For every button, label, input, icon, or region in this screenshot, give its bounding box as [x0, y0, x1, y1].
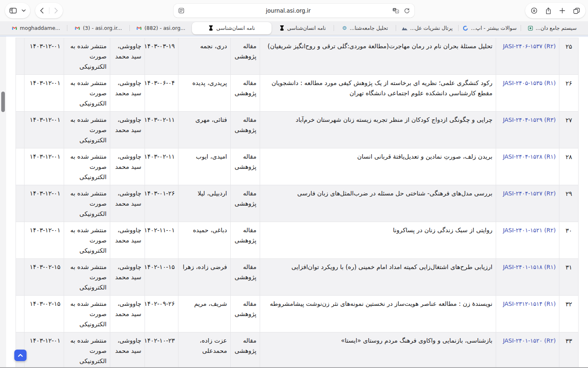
address-bar[interactable]: journal.asi.org.ir A a [174, 4, 414, 18]
article-title-cell: تحلیل مسئلهٔ بحران نام در رمان مهاجرت(مط… [260, 38, 496, 75]
svg-text:a: a [396, 10, 398, 13]
row-number-cell: ۲۸ [559, 148, 579, 185]
nav-separator [49, 7, 49, 14]
article-title-cell: رکود کنشگری علمی؛ نظریه ای برخاسته از یک… [260, 75, 496, 112]
articles-table-body: ۲۵ JASI-۲۴۰۶-۱۵۳۷ (R۲) تحلیل مسئلهٔ بحرا… [16, 38, 579, 368]
row-number-cell: ۳۳ [559, 332, 579, 368]
tab-1[interactable]: moghaddame... [5, 21, 67, 35]
tab-5[interactable]: نامه انسان‌شناسی [272, 21, 334, 35]
new-tab-icon[interactable] [559, 8, 565, 13]
gmail-favicon-icon [136, 25, 142, 31]
author-cell: فرضی زاده، زهرا [178, 259, 231, 296]
author-cell: دری، نجمه [178, 38, 231, 75]
gmail-favicon-icon [12, 25, 18, 31]
downloads-icon[interactable] [531, 7, 537, 14]
status-cell: منتشر شده به صورت الکترونیکی [64, 185, 110, 222]
tab-7[interactable]: پرتال نشریات عل... [396, 21, 458, 35]
publish-date-cell: ۱۴۰۳-۱۲-۰۱ [24, 112, 64, 148]
row-number-cell: ۲۶ [559, 75, 579, 112]
article-title-cell: ارزیابی طرح‌های اشتغال‌زایی کمیته امداد … [260, 259, 496, 296]
tab-8[interactable]: سوالات بیشتر - اپ... [459, 21, 521, 35]
article-code-cell: JASI-۲۴۰۱-۱۵۲۱ (R۲) [496, 222, 559, 259]
status-cell: منتشر شده به صورت الکترونیکی [64, 75, 110, 112]
tab-2[interactable]: (3) - asi.org.ir... [67, 21, 129, 35]
row-number-cell: ۲۷ [559, 112, 579, 148]
table-row: ۲۵ JASI-۲۴۰۶-۱۵۳۷ (R۲) تحلیل مسئلهٔ بحرا… [16, 38, 579, 75]
spacer-cell [16, 222, 24, 259]
article-code-cell: JASI-۲۳۱۲-۱۵۱۴ (R۱) [496, 296, 559, 332]
article-code-link[interactable]: JASI-۲۳۱۲-۱۵۱۴ (R۱) [503, 301, 556, 307]
gmail-favicon-icon [75, 25, 80, 31]
tab-9[interactable]: سیستم جامع دان... [521, 21, 583, 35]
article-code-link[interactable]: JASI-۲۴۰۴-۱۵۲۸ (R۱) [503, 153, 556, 160]
submit-date-cell: ۱۴۰۲-۱۱-۰۱ [145, 222, 178, 259]
article-type-cell: مقاله پژوهشی [231, 259, 260, 296]
status-cell: منتشر شده به صورت الکترونیکی [64, 222, 110, 259]
forward-icon[interactable] [54, 8, 58, 13]
tab-label: تحلیل جامعه‌شنا... [350, 25, 388, 31]
editor-cell: چاووشی، سید محمد [110, 259, 145, 296]
article-code-link[interactable]: JASI-۲۴۰۴-۱۵۲۷ (R۲) [503, 190, 556, 197]
chevron-up-icon [18, 354, 23, 357]
article-code-cell: JASI-۲۴۰۱-۱۵۱۸ (R۱) [496, 259, 559, 296]
tab-label: سوالات بیشتر - اپ... [471, 25, 517, 31]
article-code-link[interactable]: JASI-۲۴۰۱-۱۵۱۸ (R۱) [503, 264, 556, 270]
toolbar-actions-group [525, 3, 586, 18]
article-code-link[interactable]: JASI-۲۴۰۴-۱۵۲۹ (R۳) [503, 117, 556, 123]
publish-date-cell: ۱۴۰۳-۰۲-۱۵ [24, 296, 64, 332]
page-content: ۲۵ JASI-۲۴۰۶-۱۵۳۷ (R۲) تحلیل مسئلهٔ بحرا… [0, 36, 588, 368]
article-title-cell: چرایی و چگونگی ازدواج کودکان از منظر تجر… [260, 112, 496, 148]
table-row: ۲۸ JASI-۲۴۰۴-۱۵۲۸ (R۱) بریدن زلف، صورتِ … [16, 148, 579, 185]
tab-3[interactable]: (882) - asi.org... [130, 21, 192, 35]
spacer-cell [16, 296, 24, 332]
editor-cell: چاووشی، سید محمد [110, 148, 145, 185]
tab-overview-icon[interactable] [573, 8, 580, 14]
article-code-link[interactable]: JASI-۲۴۰۱-۱۵۲۱ (R۲) [503, 227, 556, 233]
url-text[interactable]: journal.asi.org.ir [187, 7, 389, 14]
publish-date-cell: ۱۴۰۳-۱۲-۰۱ [24, 38, 64, 75]
author-cell: فتائی، مهری [178, 112, 231, 148]
articles-table-wrap: ۲۵ JASI-۲۴۰۶-۱۵۳۷ (R۲) تحلیل مسئلهٔ بحرا… [16, 38, 579, 368]
author-cell: شریف، مریم [178, 296, 231, 332]
article-code-link[interactable]: JASI-۲۴۰۱-۱۵۲۰ (R۲) [503, 337, 556, 344]
spacer-cell [16, 112, 24, 148]
translate-icon[interactable]: A a [392, 8, 399, 13]
journal-favicon-icon [279, 25, 285, 31]
scrollbar-thumb[interactable] [1, 92, 5, 112]
reload-icon[interactable] [404, 8, 410, 13]
tab-label: moghaddame... [20, 25, 60, 31]
article-code-link[interactable]: JASI-۲۴۰۵-۱۵۳۵ (R۱) [503, 80, 556, 86]
tab-label: (882) - asi.org... [145, 25, 185, 31]
share-icon[interactable] [546, 7, 551, 14]
tab-4-active[interactable]: نامه انسان‌شناسی [192, 22, 272, 34]
article-code-cell: JASI-۲۴۰۴-۱۵۲۷ (R۲) [496, 185, 559, 222]
back-icon[interactable] [40, 8, 44, 13]
article-type-cell: مقاله پژوهشی [231, 222, 260, 259]
sidebar-toggle-icon[interactable] [9, 8, 17, 13]
author-cell: عزت زاده، محمدعلی [178, 332, 231, 368]
tab-label: پرتال نشریات عل... [410, 25, 452, 31]
status-cell: منتشر شده به صورت الکترونیکی [64, 332, 110, 368]
tab-label: (3) - asi.org.ir... [83, 25, 122, 31]
scrollbar-track[interactable] [0, 36, 6, 368]
editor-cell: چاووشی، سید محمد [110, 112, 145, 148]
spacer-cell [16, 259, 24, 296]
article-title-cell: بریدن زلف، صورتِ نمادین و تعدیل‌یافتهٔ ق… [260, 148, 496, 185]
swirl-favicon-icon [463, 25, 468, 31]
tab-6[interactable]: ⚙ تحلیل جامعه‌شنا... [334, 21, 396, 35]
row-number-cell: ۳۰ [559, 222, 579, 259]
article-type-cell: مقاله پژوهشی [231, 185, 260, 222]
article-code-link[interactable]: JASI-۲۴۰۶-۱۵۳۷ (R۲) [503, 43, 556, 49]
page-settings-icon[interactable] [178, 8, 184, 13]
scroll-to-top-button[interactable] [14, 350, 27, 361]
row-number-cell: ۲۹ [559, 185, 579, 222]
submit-date-cell: ۱۴۰۲-۱۰-۱۵ [145, 259, 178, 296]
submit-date-cell: ۱۴۰۳-۰۲-۱۱ [145, 112, 178, 148]
article-type-cell: مقاله پژوهشی [231, 332, 260, 368]
spacer-cell [16, 38, 24, 75]
table-row: ۲۷ JASI-۲۴۰۴-۱۵۲۹ (R۳) چرایی و چگونگی از… [16, 112, 579, 148]
author-cell: امیدی، ایوب [178, 148, 231, 185]
chevron-down-icon[interactable] [22, 9, 26, 12]
tab-label: نامه انسان‌شناسی [216, 25, 255, 31]
tab-label: سیستم جامع دان... [536, 25, 577, 31]
